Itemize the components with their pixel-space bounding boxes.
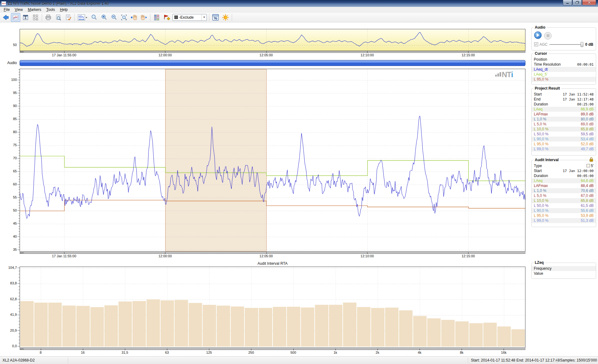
result-row-l-50-0-: L 50,0 %61,5 dB [532,203,596,208]
row-label: Type [534,164,542,168]
row-label: Start [534,92,542,96]
print-preview-button[interactable] [54,13,63,22]
row-label: Duration [534,102,548,106]
db-axis-tick: 50 [2,208,17,212]
row-value: 55,6 dB [581,208,594,213]
report-button[interactable] [64,13,73,22]
keypad-button[interactable]: ASCFZEQ [31,13,40,22]
level-overview-chart[interactable] [20,29,525,51]
time-history-time-tick: 12:00:00 [159,254,172,258]
row-label: L 95,0 % [534,142,548,146]
result-row-duration: Duration00:25:00 [532,102,596,107]
row-label: L 10,0 % [534,198,548,203]
record-range: Start: 2014-01-17 11:52:48 End: 2014-01-… [471,357,560,364]
overview-time-tick: 12:10:00 [361,53,374,57]
row-value: 52,0 dB [581,142,594,146]
pan-right-button[interactable] [139,13,149,22]
menu-tools[interactable]: Tools [44,7,58,12]
row-label: L 95,0 % [534,213,548,218]
overview-scrollband[interactable] [20,51,525,53]
row-value: 67,0 dB [581,194,594,198]
toolbar-separator [232,14,232,21]
back-button[interactable] [1,13,10,22]
audio-group-title: Audio [534,25,547,30]
zoom-cursor-button[interactable] [89,13,99,22]
svg-text:C: C [34,16,35,18]
zoom-selection-button[interactable] [119,13,129,22]
result-row-type: Type5' [532,163,596,168]
padlock-icon[interactable] [589,157,593,163]
zoom-out-button[interactable] [109,13,119,22]
pan-left-button[interactable] [129,13,139,22]
result-row-l-90-0-: L 90,0 %53,4 dB [532,137,596,142]
result-row-start: Start17 Jan 11:52:48 [532,92,596,97]
marker-palette-button[interactable] [152,13,161,22]
close-button[interactable] [582,0,596,5]
charts-area: Audio NTi Audit Interval RTA 17 Jan 11:5… [0,22,529,356]
graph-view-button[interactable] [11,13,20,22]
rta-y-tick: 0,0 [2,344,17,348]
result-row-l-50-0-: L 50,0 %59,5 dB [532,132,596,137]
menu-view[interactable]: View [12,7,25,12]
result-row-laeq: LAeq66,9 dB [532,107,596,112]
gain-slider-handle[interactable] [581,42,583,47]
row-label: L 90,0 % [534,137,548,141]
result-row-l-5-0-: L 5,0 %67,0 dB [532,193,596,198]
project-result-group-title: Project Result [534,86,561,91]
add-marker-button[interactable] [162,13,171,22]
row-value: 17 Jan 12:00:00 [563,169,594,173]
print-button[interactable] [44,13,53,22]
row-label: L 50,0 % [534,132,548,136]
graph-view-icon [12,14,19,21]
stop-button[interactable] [544,32,552,40]
cursor-group: Cursor PositionTime Resolution00:00:01LA… [531,54,596,85]
gain-slider[interactable] [549,44,583,45]
audio-track-bar[interactable] [20,60,525,66]
day-night-button[interactable] [221,13,230,22]
row-label: L 50,0 % [534,203,548,208]
interval-type-checkbox[interactable] [586,164,590,167]
gain-value: 0 dB [585,42,593,47]
title-bar[interactable]: XL2 Z1 NTi Traffic Noise Demo 1 (Plain) … [0,0,598,7]
row-label: LAeq [534,107,543,111]
result-row-l-99-0-: L 99,0 %51,3 dB [532,218,596,223]
row-label: Start [534,169,542,173]
summary-table-button[interactable]: Σ [21,13,30,22]
rta-scrollband[interactable] [20,348,525,350]
result-row-laeq-dt: LAeq_dt [532,67,596,72]
zoom-in-button[interactable] [99,13,109,22]
row-value: 53,9 dB [581,213,594,218]
waveform-select-button[interactable] [76,13,89,22]
overview-time-tick: 12:15:00 [462,53,475,57]
time-history-time-tick: 12:15:00 [462,254,475,258]
time-history-scrollband[interactable] [20,252,525,254]
row-value: 51,3 dB [581,218,594,223]
row-label: Position [534,57,547,62]
frequency-tick: 31,5 [121,351,128,354]
marker-type-dropdown[interactable]: -Exclude ▼ [173,14,207,21]
db-axis-minor-ticks [17,69,20,251]
agc-checkbox[interactable]: ✓ [534,42,538,46]
menu-file[interactable]: File [1,7,12,12]
result-row-frequency: Frequency [532,266,596,271]
minimize-button[interactable] [563,0,572,5]
row-value: 53,4 dB [581,137,594,141]
rta-chart[interactable] [20,267,525,348]
restore-button[interactable] [572,0,582,5]
menu-markers[interactable]: Markers [25,7,44,12]
db-axis-tick: 60 [2,182,17,186]
row-label: L 99,0 % [534,218,548,223]
row-value: 66,9 dB [581,107,594,111]
time-history-chart[interactable] [20,69,525,252]
result-row-end: End17 Jan 12:17:48 [532,97,596,102]
xl2-data-explorer-window: XL2 Z1 NTi Traffic Noise Demo 1 (Plain) … [0,0,598,364]
frequency-tick: 500 [290,351,296,354]
row-label: Duration [534,174,548,178]
lzeq-group-title: LZeq [534,260,545,265]
play-button[interactable] [534,31,542,39]
menu-help[interactable]: Help [58,7,70,12]
percent-button[interactable]: % [211,13,220,22]
svg-text:Σ: Σ [25,16,27,20]
row-label: L 1,0 % [534,117,546,121]
play-icon [536,33,539,37]
